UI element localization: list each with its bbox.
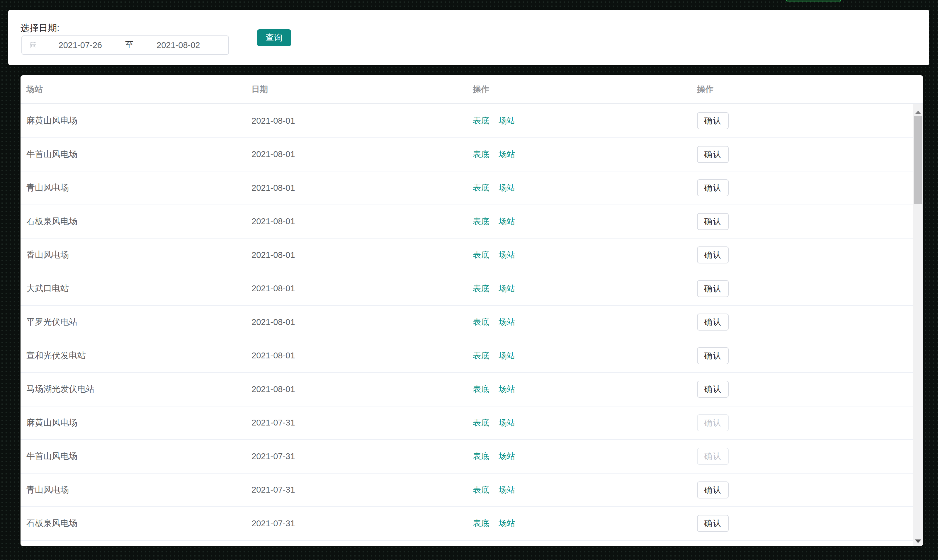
table-row: 石板泉风电场 2021-07-31 表底 场站 确认: [20, 507, 913, 541]
scrollbar-thumb[interactable]: [914, 116, 922, 204]
confirm-button[interactable]: 确认: [697, 179, 729, 196]
cell-station-name: 宣和光伏发电站: [20, 350, 246, 362]
sheet-bottom-link[interactable]: 表底: [473, 485, 489, 494]
confirm-button[interactable]: 确认: [697, 448, 729, 465]
cell-station-name: 麻黄山风电场: [20, 417, 246, 429]
station-link[interactable]: 场站: [499, 385, 515, 394]
station-link[interactable]: 场站: [499, 418, 515, 427]
sheet-bottom-link[interactable]: 表底: [473, 217, 489, 226]
sheet-bottom-link[interactable]: 表底: [473, 452, 489, 461]
confirm-button[interactable]: 确认: [697, 314, 729, 331]
table-row: 青山风电场 2021-08-01 表底 场站 确认: [20, 171, 913, 205]
table-row: 平罗光伏电站 2021-08-01 表底 场站 确认: [20, 306, 913, 339]
table-row: 牛首山风电场 2021-08-01 表底 场站 确认: [20, 138, 913, 172]
table-row: 大武口电站 2021-08-01 表底 场站 确认: [20, 272, 913, 306]
cell-confirm: 确认: [691, 347, 913, 364]
cell-confirm: 确认: [691, 515, 913, 532]
station-link[interactable]: 场站: [499, 317, 515, 326]
cell-confirm: 确认: [691, 314, 913, 331]
cell-confirm: 确认: [691, 280, 913, 297]
confirm-button[interactable]: 确认: [697, 112, 729, 129]
sheet-bottom-link[interactable]: 表底: [473, 385, 489, 394]
cell-date: 2021-08-01: [246, 149, 467, 159]
table-header-row: 场站 日期 操作 操作: [20, 75, 923, 104]
station-link[interactable]: 场站: [499, 519, 515, 528]
table-body: 麻黄山风电场 2021-08-01 表底 场站 确认 牛首山风电场 2021-0…: [20, 104, 913, 546]
cell-confirm: 确认: [691, 381, 913, 398]
cell-date: 2021-08-01: [246, 385, 467, 394]
sheet-bottom-link[interactable]: 表底: [473, 250, 489, 259]
cell-date: 2021-08-01: [246, 116, 467, 126]
cell-date: 2021-08-01: [246, 250, 467, 260]
sheet-bottom-link[interactable]: 表底: [473, 351, 489, 360]
table-scrollbar[interactable]: [913, 104, 923, 546]
date-picker-label: 选择日期:: [20, 22, 60, 34]
cell-operation-links: 表底 场站: [467, 149, 691, 160]
scroll-down-icon[interactable]: [915, 540, 921, 543]
cell-date: 2021-08-01: [246, 351, 467, 360]
cell-date: 2021-07-31: [246, 519, 467, 528]
cell-date: 2021-08-01: [246, 183, 467, 193]
table-row: 香山风电场 2021-08-01 表底 场站 确认: [20, 238, 913, 272]
sheet-bottom-link[interactable]: 表底: [473, 519, 489, 528]
cell-confirm: 确认: [691, 213, 913, 230]
confirm-button[interactable]: 确认: [697, 246, 729, 263]
station-link[interactable]: 场站: [499, 116, 515, 125]
station-link[interactable]: 场站: [499, 250, 515, 259]
sheet-bottom-link[interactable]: 表底: [473, 150, 489, 159]
table-row: 牛首山风电场 2021-07-31 表底 场站 确认: [20, 440, 913, 474]
confirm-button[interactable]: 确认: [697, 381, 729, 398]
confirm-button[interactable]: 确认: [697, 213, 729, 230]
cell-station-name: 牛首山风电场: [20, 149, 246, 160]
sheet-bottom-link[interactable]: 表底: [473, 418, 489, 427]
station-link[interactable]: 场站: [499, 284, 515, 293]
station-link[interactable]: 场站: [499, 217, 515, 226]
confirm-button[interactable]: 确认: [697, 146, 729, 163]
scroll-up-icon[interactable]: [915, 111, 921, 114]
station-link[interactable]: 场站: [499, 150, 515, 159]
cell-confirm: 确认: [691, 112, 913, 129]
confirm-button[interactable]: 确认: [697, 482, 729, 498]
cell-operation-links: 表底 场站: [467, 384, 691, 395]
table-row: 石板泉风电场 2021-08-01 表底 场站 确认: [20, 205, 913, 239]
cell-operation-links: 表底 场站: [467, 182, 691, 194]
cell-station-name: 马场湖光发伏电站: [20, 383, 246, 395]
header-operations-confirm: 操作: [691, 84, 923, 95]
cell-date: 2021-07-31: [246, 418, 467, 428]
cell-station-name: 青山风电场: [20, 182, 246, 194]
top-green-indicator: [786, 0, 841, 2]
query-button[interactable]: 查询: [257, 29, 291, 46]
station-link[interactable]: 场站: [499, 183, 515, 192]
cell-confirm: 确认: [691, 146, 913, 163]
cell-confirm: 确认: [691, 482, 913, 498]
cell-station-name: 牛首山风电场: [20, 451, 246, 462]
calendar-icon: [29, 41, 37, 49]
cell-station-name: 香山风电场: [20, 249, 246, 261]
sheet-bottom-link[interactable]: 表底: [473, 183, 489, 192]
start-date-value[interactable]: 2021-07-26: [37, 40, 123, 50]
confirm-button[interactable]: 确认: [697, 515, 729, 532]
confirm-button[interactable]: 确认: [697, 414, 729, 431]
table-row: 青山风电场 2021-07-31 表底 场站 确认: [20, 474, 913, 507]
station-link[interactable]: 场站: [499, 351, 515, 360]
table-row: 麻黄山风电场 2021-07-31 表底 场站 确认: [20, 406, 913, 440]
date-range-input[interactable]: 2021-07-26 至 2021-08-02: [22, 35, 229, 55]
confirm-button[interactable]: 确认: [697, 280, 729, 297]
cell-date: 2021-07-31: [246, 485, 467, 495]
table-row: 马场湖光发伏电站 2021-08-01 表底 场站 确认: [20, 373, 913, 406]
end-date-value[interactable]: 2021-08-02: [136, 40, 222, 50]
cell-operation-links: 表底 场站: [467, 485, 691, 495]
confirm-button[interactable]: 确认: [697, 347, 729, 364]
cell-date: 2021-08-01: [246, 217, 467, 226]
table-row: 宣和光伏发电站 2021-08-01 表底 场站 确认: [20, 339, 913, 373]
cell-station-name: 石板泉风电场: [20, 216, 246, 228]
station-link[interactable]: 场站: [499, 485, 515, 494]
cell-operation-links: 表底 场站: [467, 283, 691, 294]
cell-date: 2021-08-01: [246, 284, 467, 293]
station-link[interactable]: 场站: [499, 452, 515, 461]
sheet-bottom-link[interactable]: 表底: [473, 116, 489, 125]
cell-operation-links: 表底 场站: [467, 317, 691, 328]
sheet-bottom-link[interactable]: 表底: [473, 317, 489, 326]
sheet-bottom-link[interactable]: 表底: [473, 284, 489, 293]
date-range-separator: 至: [123, 39, 136, 51]
